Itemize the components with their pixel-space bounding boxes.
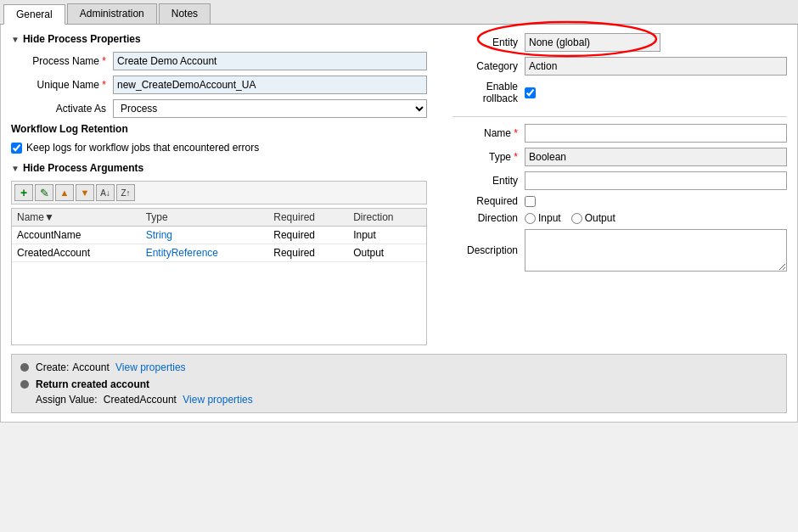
- args-table: Name▼ Type Required Direction AccountNam…: [12, 209, 426, 262]
- arg-name-input[interactable]: [525, 124, 787, 143]
- category-row: Category: [452, 57, 787, 76]
- entity-label: Entity: [452, 36, 525, 48]
- workflow-log-checkbox-label: Keep logs for workflow jobs that encount…: [26, 142, 259, 154]
- entity-field-wrapper: [525, 33, 787, 52]
- sort-za-button[interactable]: Z↑: [116, 184, 135, 201]
- arg-type-input[interactable]: [525, 148, 787, 166]
- main-content: ▼ Hide Process Properties Process Name *…: [0, 25, 798, 423]
- tab-general[interactable]: General: [3, 4, 65, 25]
- entity-row: Entity: [452, 33, 787, 52]
- direction-output-text: Output: [585, 212, 615, 224]
- arg-required-row: Required: [452, 195, 787, 207]
- workflow-log-label: Workflow Log Retention: [11, 123, 128, 135]
- row2-required: Required: [268, 244, 348, 262]
- step2-sub-row: Assign Value: CreatedAccount View proper…: [20, 394, 778, 406]
- col-direction-header[interactable]: Direction: [348, 209, 426, 227]
- add-arg-button[interactable]: +: [14, 184, 33, 201]
- workflow-log-section: Workflow Log Retention Keep logs for wor…: [11, 123, 427, 154]
- steps-section: Create: Account View properties Return c…: [11, 354, 787, 413]
- right-column: Entity Category: [444, 33, 787, 345]
- row1-required: Required: [268, 227, 348, 244]
- activate-as-label: Activate As: [11, 103, 113, 115]
- arg-type-label: Type *: [452, 151, 525, 163]
- step2-container: Return created account Assign Value: Cre…: [20, 378, 778, 406]
- step1-entity: Account: [72, 361, 109, 373]
- arg-description-textarea[interactable]: [525, 229, 787, 272]
- arg-entity-input[interactable]: [525, 171, 787, 190]
- category-input: [525, 57, 787, 76]
- step1-view-properties-link[interactable]: View properties: [115, 361, 186, 373]
- unique-name-row: Unique Name *: [11, 76, 427, 94]
- step2-title: Return created account: [36, 378, 149, 390]
- workflow-log-header: Workflow Log Retention: [11, 123, 427, 135]
- arg-direction-row: Direction Input Output: [452, 212, 787, 224]
- col-required-header[interactable]: Required: [268, 209, 348, 227]
- step2-bullet: [20, 380, 29, 389]
- enable-rollback-checkbox[interactable]: [525, 87, 536, 98]
- edit-arg-button[interactable]: ✎: [35, 184, 53, 201]
- tabs-bar: General Administration Notes: [0, 0, 798, 25]
- col-name-header[interactable]: Name▼: [12, 209, 141, 227]
- row1-name: AccountName: [12, 227, 141, 244]
- arg-direction-label: Direction: [452, 212, 525, 224]
- row1-direction: Input: [348, 227, 426, 244]
- tab-notes[interactable]: Notes: [159, 3, 211, 24]
- arg-entity-row: Entity: [452, 171, 787, 190]
- args-section: ▼ Hide Process Arguments + ✎ ▲ ▼ A↓ Z↑: [11, 162, 427, 345]
- tab-administration[interactable]: Administration: [67, 3, 157, 24]
- arg-entity-label: Entity: [452, 175, 525, 187]
- workflow-log-checkbox[interactable]: [11, 143, 22, 154]
- row2-name: CreatedAccount: [12, 244, 141, 262]
- unique-name-required: *: [102, 79, 106, 91]
- unique-name-input[interactable]: [113, 76, 427, 94]
- arg-name-required: *: [514, 127, 518, 139]
- collapse-args-triangle-icon: ▼: [11, 164, 20, 173]
- step2-view-properties-link[interactable]: View properties: [183, 394, 253, 406]
- step2-entity: CreatedAccount: [104, 394, 177, 406]
- arg-name-label: Name *: [452, 127, 525, 139]
- arg-type-required: *: [514, 151, 518, 163]
- sort-az-button[interactable]: A↓: [96, 184, 115, 201]
- step1-bullet: [20, 363, 29, 372]
- left-column: ▼ Hide Process Properties Process Name *…: [11, 33, 427, 345]
- activate-as-select[interactable]: Process: [113, 99, 427, 118]
- process-name-input[interactable]: [113, 52, 427, 70]
- row1-type[interactable]: String: [141, 227, 269, 244]
- col-type-header[interactable]: Type: [141, 209, 269, 227]
- step2-title-row: Return created account: [20, 378, 778, 390]
- unique-name-label: Unique Name *: [11, 79, 113, 91]
- arg-name-row: Name *: [452, 124, 787, 143]
- collapse-triangle-icon: ▼: [11, 35, 20, 44]
- table-row[interactable]: AccountName String Required Input: [12, 227, 426, 244]
- hide-process-args-header[interactable]: ▼ Hide Process Arguments: [11, 162, 427, 174]
- move-down-button[interactable]: ▼: [76, 184, 94, 201]
- direction-input-label[interactable]: Input: [525, 212, 561, 224]
- step1-prefix: Create:: [36, 361, 69, 373]
- arg-description-label: Description: [452, 244, 525, 256]
- args-table-wrapper: Name▼ Type Required Direction AccountNam…: [12, 209, 426, 344]
- direction-input-radio[interactable]: [525, 213, 536, 224]
- arg-type-row: Type *: [452, 148, 787, 166]
- category-label: Category: [452, 60, 525, 72]
- step2-prefix: Assign Value:: [36, 394, 98, 406]
- move-up-button[interactable]: ▲: [55, 184, 74, 201]
- process-name-required: *: [102, 55, 106, 67]
- direction-output-radio[interactable]: [571, 213, 582, 224]
- hide-process-properties-header[interactable]: ▼ Hide Process Properties: [11, 33, 427, 45]
- arg-required-checkbox[interactable]: [525, 196, 536, 207]
- direction-input-text: Input: [538, 212, 561, 224]
- hide-process-properties-label: Hide Process Properties: [23, 33, 141, 45]
- activate-as-row: Activate As Process: [11, 99, 427, 118]
- hide-process-args-label: Hide Process Arguments: [23, 162, 143, 174]
- direction-output-label[interactable]: Output: [571, 212, 615, 224]
- step1-row: Create: Account View properties: [20, 361, 778, 373]
- args-toolbar: + ✎ ▲ ▼ A↓ Z↑: [11, 181, 427, 204]
- table-row[interactable]: CreatedAccount EntityReference Required …: [12, 244, 426, 262]
- enable-rollback-label: Enable rollback: [452, 81, 525, 104]
- entity-input[interactable]: [525, 33, 660, 52]
- row2-type[interactable]: EntityReference: [141, 244, 269, 262]
- right-top-section: Entity Category: [452, 33, 787, 104]
- enable-rollback-row: Enable rollback: [452, 81, 787, 104]
- args-table-container: Name▼ Type Required Direction AccountNam…: [11, 208, 427, 345]
- process-name-row: Process Name *: [11, 52, 427, 70]
